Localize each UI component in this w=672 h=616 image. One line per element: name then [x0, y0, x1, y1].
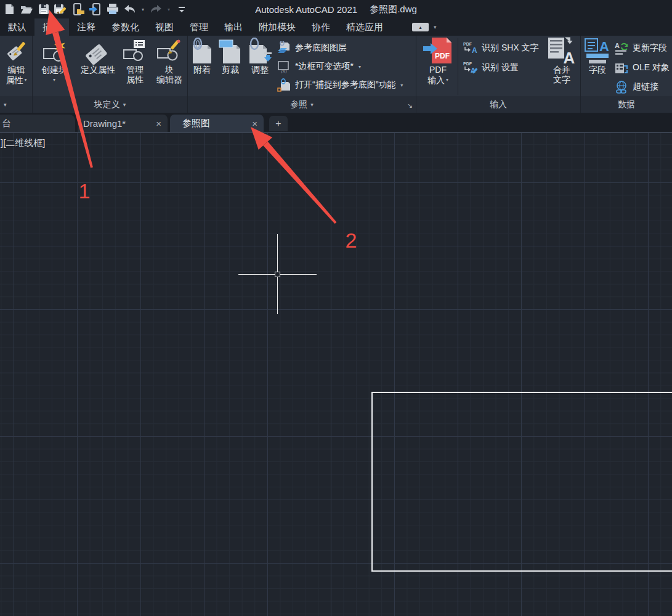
- file-tab-start[interactable]: 台: [0, 115, 75, 132]
- create-block-icon: [42, 39, 67, 65]
- tab-addins[interactable]: 附加模块: [251, 18, 304, 36]
- mobile-open-icon: [71, 3, 85, 15]
- block-editor-button[interactable]: 块 编辑器: [152, 38, 187, 84]
- svg-text:PDF: PDF: [435, 52, 450, 60]
- tab-featured-apps[interactable]: 精选应用: [338, 18, 391, 36]
- reference-flyout-icon: ▾: [310, 102, 314, 108]
- tab-output[interactable]: 输出: [216, 18, 251, 36]
- update-field-label: 更新字段: [633, 43, 667, 54]
- hyperlink-button[interactable]: 超链接: [614, 79, 658, 95]
- new-drawing-tab-button[interactable]: +: [269, 116, 288, 131]
- field-button[interactable]: A 字段: [582, 38, 613, 75]
- data-title: 数据: [618, 99, 635, 110]
- manage-attributes-icon: [123, 39, 147, 65]
- adjust-label: 调整: [251, 65, 269, 75]
- adjust-button[interactable]: 调整: [245, 38, 275, 75]
- attach-icon: [190, 38, 214, 65]
- combine-text-button[interactable]: A 合并 文字: [544, 38, 579, 84]
- svg-text:A: A: [599, 39, 609, 54]
- update-field-button[interactable]: A 更新字段: [614, 40, 667, 56]
- pdf-import-icon: PDF: [423, 36, 453, 65]
- ribbon: 编辑 属性 ▾ ▾ 创建块 ▾: [0, 36, 672, 113]
- ole-object-icon: [614, 61, 629, 75]
- tab-collaborate[interactable]: 协作: [304, 18, 338, 36]
- block-editor-label-2: 编辑器: [156, 75, 182, 84]
- recognize-shx-icon: PDF A: [462, 41, 478, 55]
- save-button[interactable]: [36, 2, 51, 17]
- ribbon-collapse-button[interactable]: ▴: [412, 23, 429, 31]
- open-from-mobile-button[interactable]: [71, 2, 86, 17]
- define-attributes-button[interactable]: 定义属性: [76, 38, 120, 75]
- adjust-icon: [247, 38, 273, 65]
- ribbon-collapse-dropdown[interactable]: ▾: [434, 24, 437, 30]
- open-file-button[interactable]: [19, 2, 34, 17]
- viewport-controls-label[interactable]: ][二维线框]: [1, 137, 46, 149]
- drawn-rectangle: [371, 392, 672, 572]
- update-field-icon: A: [614, 41, 629, 55]
- file-tab-bar: 台 Drawing1* × 参照图 × +: [0, 113, 672, 133]
- tab-default[interactable]: 默认: [0, 18, 34, 36]
- undo-dropdown[interactable]: ▾: [140, 7, 146, 12]
- define-attributes-icon: [84, 39, 111, 65]
- panel-title-import[interactable]: 输入: [416, 96, 580, 113]
- edit-attributes-label-1: 编辑: [8, 65, 25, 75]
- save-as-button[interactable]: [54, 2, 68, 17]
- tab-annotate[interactable]: 注释: [69, 18, 103, 36]
- edit-attributes-dropdown: ▾: [24, 75, 26, 85]
- panel-title-reference[interactable]: 参照 ▾: [188, 96, 416, 113]
- redo-button[interactable]: [148, 2, 163, 17]
- reference-tab-close-icon[interactable]: ×: [252, 118, 257, 129]
- tab-parametric[interactable]: 参数化: [103, 18, 147, 36]
- panel-title-partial[interactable]: ▾: [0, 96, 32, 113]
- autocad-window: ▾ ▾ Autodesk AutoCAD 2021 参照图.dwg 默认 插入 …: [0, 0, 672, 616]
- quick-access-toolbar: ▾ ▾: [0, 2, 189, 17]
- pdf-import-dropdown: ▾: [446, 75, 448, 85]
- recognition-settings-label: 识别 设置: [482, 62, 519, 73]
- plot-button[interactable]: [105, 2, 120, 17]
- frame-option-icon: (x): [277, 60, 291, 73]
- mobile-save-icon: [89, 3, 102, 15]
- recognition-settings-button[interactable]: PDF A 识别 设置: [462, 60, 519, 76]
- ole-object-label: OLE 对象: [633, 62, 670, 73]
- underlay-layers-button[interactable]: 参考底图图层: [277, 40, 347, 56]
- undo-button[interactable]: [123, 2, 137, 17]
- qat-customize-button[interactable]: [174, 2, 189, 17]
- title-bar: ▾ ▾ Autodesk AutoCAD 2021 参照图.dwg: [0, 0, 672, 18]
- recognition-settings-icon: PDF A: [462, 60, 478, 75]
- drawing1-tab-close-icon[interactable]: ×: [156, 118, 161, 129]
- svg-text:A: A: [472, 46, 477, 55]
- recognize-shx-button[interactable]: PDF A 识别 SHX 文字: [462, 40, 539, 56]
- redo-dropdown[interactable]: ▾: [166, 7, 172, 12]
- pdf-import-button[interactable]: PDF PDF 输入 ▾: [419, 38, 457, 85]
- drawing-canvas[interactable]: ][二维线框]: [0, 133, 672, 616]
- start-tab-label: 台: [0, 118, 11, 129]
- ole-object-button[interactable]: OLE 对象: [614, 60, 670, 76]
- file-tab-reference-active[interactable]: 参照图 ×: [170, 115, 264, 132]
- underlay-layers-icon: [277, 41, 291, 55]
- save-to-mobile-button[interactable]: [88, 2, 103, 17]
- new-file-button[interactable]: [2, 2, 17, 17]
- snap-underlay-button[interactable]: 打开“捕捉到参考底图”功能 ▾: [277, 77, 403, 93]
- edit-attributes-button[interactable]: 编辑 属性 ▾: [0, 38, 33, 85]
- field-label: 字段: [589, 65, 606, 75]
- reference-dialog-launcher[interactable]: ↘: [407, 102, 413, 109]
- panel-block-definition: 创建块 ▾ 定义属性: [33, 36, 188, 113]
- manage-attributes-button[interactable]: 管理 属性: [118, 38, 152, 84]
- create-block-button[interactable]: 创建块 ▾: [34, 38, 75, 85]
- edit-attributes-label-2: 属性: [6, 75, 23, 85]
- attach-label: 附着: [193, 65, 211, 75]
- file-tab-drawing1[interactable]: Drawing1* ×: [78, 115, 168, 132]
- panel-title-block-definition[interactable]: 块定义 ▾: [33, 96, 187, 113]
- reference-tab-label: 参照图: [170, 118, 210, 129]
- panel-title-data[interactable]: 数据: [581, 96, 672, 113]
- tab-manage[interactable]: 管理: [182, 18, 216, 36]
- recognize-shx-label: 识别 SHX 文字: [482, 43, 539, 54]
- frame-option-button[interactable]: (x) *边框可变选项* ▾: [277, 59, 361, 75]
- tab-insert[interactable]: 插入: [34, 18, 69, 36]
- attach-button[interactable]: 附着: [188, 38, 216, 75]
- combine-text-icon: A: [547, 36, 577, 65]
- clip-button[interactable]: 剪裁: [216, 38, 245, 75]
- tab-view[interactable]: 视图: [147, 18, 182, 36]
- undo-icon: [123, 4, 137, 15]
- plus-icon: +: [275, 118, 281, 129]
